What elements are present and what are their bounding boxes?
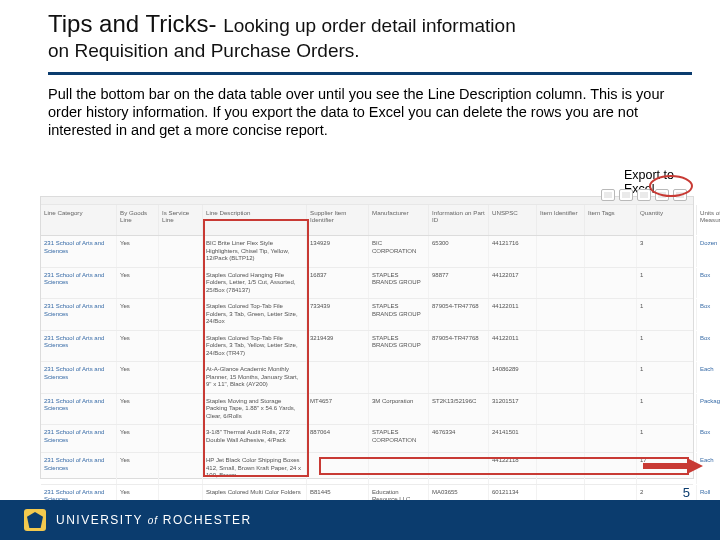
column-header[interactable]: UNSPSC (489, 205, 537, 235)
cell-uom: Box (697, 425, 720, 452)
cell-svc (159, 453, 203, 484)
cell-qty: 3 (637, 236, 697, 267)
cell-sup: 3219439 (307, 331, 369, 362)
cell-tags (585, 236, 637, 267)
cell-desc: HP Jet Black Color Shipping Boxes 412, S… (203, 453, 307, 484)
cell-info: 879054-TR47768 (429, 331, 489, 362)
table-row: 231 School of Arts and SciencesYesHP Jet… (41, 453, 693, 485)
cell-svc (159, 425, 203, 452)
cell-unspsc: 44122011 (489, 331, 537, 362)
cell-uom: Box (697, 299, 720, 330)
cell-mfr: STAPLES CORPORATION (369, 425, 429, 452)
table-row: 231 School of Arts and SciencesYesAt-A-G… (41, 362, 693, 394)
cell-desc: BIC Brite Liner Flex Style Highlighters,… (203, 236, 307, 267)
cell-info: 98877 (429, 268, 489, 299)
cell-goods: Yes (117, 425, 159, 452)
cell-sup: 733439 (307, 299, 369, 330)
cell-desc: Staples Moving and Storage Packing Tape,… (203, 394, 307, 425)
footer: UNIVERSITY of ROCHESTER (0, 500, 720, 540)
table-body: 231 School of Arts and SciencesYesBIC Br… (41, 236, 693, 513)
cell-goods: Yes (117, 394, 159, 425)
export-icon-5[interactable] (673, 189, 687, 201)
column-header[interactable]: Line Category (41, 205, 117, 235)
slide-title: Tips and Tricks- Looking up order detail… (0, 0, 720, 68)
column-header[interactable]: Item Identifier (537, 205, 585, 235)
cell-tags (585, 268, 637, 299)
cell-cat: 231 School of Arts and Sciences (41, 453, 117, 484)
arrow-annotation (643, 460, 703, 472)
table-row: 231 School of Arts and SciencesYesStaple… (41, 394, 693, 426)
cell-tags (585, 362, 637, 393)
body-text: Pull the bottom bar on the data table ov… (0, 85, 720, 139)
column-header[interactable]: Information on Part ID (429, 205, 489, 235)
column-header[interactable]: Manufacturer (369, 205, 429, 235)
cell-mfr: STAPLES BRANDS GROUP (369, 268, 429, 299)
column-header[interactable]: Supplier Item Identifier (307, 205, 369, 235)
cell-item (537, 236, 585, 267)
table-row: 231 School of Arts and SciencesYes3-1/8"… (41, 425, 693, 453)
column-header[interactable]: Units of Measure (697, 205, 720, 235)
cell-unspsc: 44122118 (489, 453, 537, 484)
export-note-l1: Export to (624, 168, 674, 182)
cell-goods: Yes (117, 453, 159, 484)
cell-item (537, 425, 585, 452)
cell-goods: Yes (117, 362, 159, 393)
column-header[interactable]: Item Tags (585, 205, 637, 235)
column-header[interactable]: Line Description (203, 205, 307, 235)
cell-unspsc: 14086289 (489, 362, 537, 393)
cell-cat: 231 School of Arts and Sciences (41, 331, 117, 362)
title-part2: Looking up order detail information (223, 15, 516, 36)
cell-info: 4676334 (429, 425, 489, 452)
uni-of: of (148, 515, 158, 526)
cell-svc (159, 394, 203, 425)
university-logo: UNIVERSITY of ROCHESTER (24, 509, 252, 531)
cell-tags (585, 425, 637, 452)
cell-info: 65300 (429, 236, 489, 267)
page-number: 5 (683, 485, 690, 500)
export-icon-1[interactable] (601, 189, 615, 201)
cell-cat: 231 School of Arts and Sciences (41, 268, 117, 299)
cell-qty: 1 (637, 299, 697, 330)
column-header[interactable]: Is Service Line (159, 205, 203, 235)
university-name: UNIVERSITY of ROCHESTER (56, 513, 252, 527)
crest-icon (24, 509, 46, 531)
export-icon-3[interactable] (637, 189, 651, 201)
cell-goods: Yes (117, 236, 159, 267)
cell-qty: 1 (637, 331, 697, 362)
cell-mfr: BIC CORPORATION (369, 236, 429, 267)
cell-svc (159, 268, 203, 299)
cell-uom: Dozen (697, 236, 720, 267)
export-icon-2[interactable] (619, 189, 633, 201)
cell-cat: 231 School of Arts and Sciences (41, 299, 117, 330)
cell-sup: MT4657 (307, 394, 369, 425)
cell-mfr (369, 362, 429, 393)
slide: Tips and Tricks- Looking up order detail… (0, 0, 720, 540)
cell-desc: At-A-Glance Academic Monthly Planner, 15… (203, 362, 307, 393)
cell-qty: 1 (637, 268, 697, 299)
screenshot-toolbar (41, 197, 693, 205)
cell-info: ST2K13/52196C (429, 394, 489, 425)
cell-item (537, 268, 585, 299)
cell-tags (585, 299, 637, 330)
column-header[interactable]: Quantity (637, 205, 697, 235)
cell-unspsc: 44122017 (489, 268, 537, 299)
cell-unspsc: 44121716 (489, 236, 537, 267)
title-part1: Tips and Tricks- (48, 10, 223, 37)
cell-sup: 887064 (307, 425, 369, 452)
cell-desc: Staples Colored Top-Tab File Folders, 3 … (203, 299, 307, 330)
table-row: 231 School of Arts and SciencesYesStaple… (41, 268, 693, 300)
uni-word2: ROCHESTER (163, 513, 252, 527)
column-header[interactable]: By Goods Line (117, 205, 159, 235)
title-underline (48, 72, 692, 75)
cell-info (429, 362, 489, 393)
cell-cat: 231 School of Arts and Sciences (41, 362, 117, 393)
cell-desc: Staples Colored Hanging File Folders, Le… (203, 268, 307, 299)
cell-goods: Yes (117, 331, 159, 362)
cell-info (429, 453, 489, 484)
cell-qty: 1 (637, 425, 697, 452)
cell-unspsc: 31201517 (489, 394, 537, 425)
export-icon-4[interactable] (655, 189, 669, 201)
table-row: 231 School of Arts and SciencesYesStaple… (41, 331, 693, 363)
cell-unspsc: 44122011 (489, 299, 537, 330)
cell-item (537, 453, 585, 484)
